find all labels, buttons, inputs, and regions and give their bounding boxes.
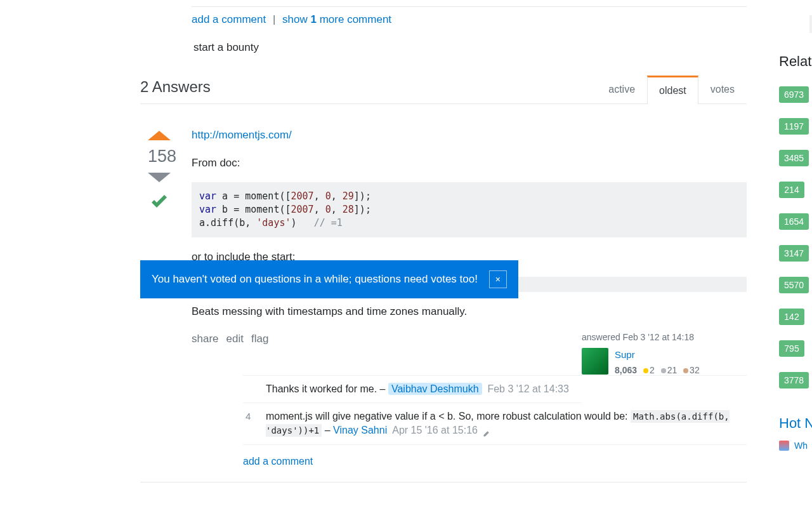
separator: | [273,13,275,25]
beats-text: Beats messing with timestamps and time z… [192,303,747,320]
main-content: add a comment | show 1 more comment star… [140,0,747,482]
accepted-checkmark-icon [148,191,171,214]
answers-count-heading: 2 Answers [140,78,211,103]
related-item[interactable]: 3147 [779,245,812,262]
comment-row: 4 moment.js will give negative value if … [243,403,747,445]
answered-time: answered Feb 3 '12 at 14:18 [582,331,747,344]
add-comment-link[interactable]: add a comment [192,13,266,25]
question-comment-actions: add a comment | show 1 more comment [192,6,747,30]
comment-body: moment.js will give negative value if a … [266,409,747,438]
comment-score: 4 [243,409,266,438]
related-item[interactable]: 214 [779,182,812,198]
related-item[interactable]: 142 [779,309,812,325]
gold-badge-icon [643,368,648,373]
related-item[interactable]: 1654 [779,213,812,230]
add-comment-link[interactable]: add a comment [243,456,313,467]
code-block-1: var a = moment([2007, 0, 29]); var b = m… [192,182,747,237]
comment-row: Thanks it worked for me. – Vaibhav Deshm… [243,376,582,403]
answer-sort-tabs: active oldest votes [596,76,747,103]
related-item[interactable]: 3778 [779,372,812,389]
related-item[interactable]: 5570 [779,277,812,293]
right-sidebar: -3 Related 6973 1197 3485 214 1654 3147 … [779,0,812,451]
comment-body: Thanks it worked for me. – Vaibhav Deshm… [266,382,582,396]
downvote-button[interactable] [148,173,171,182]
comments-list: Thanks it worked for me. – Vaibhav Deshm… [243,375,747,445]
start-bounty-link[interactable]: start a bounty [193,41,747,54]
share-link[interactable]: share [192,331,219,347]
add-comment-row: add a comment [243,445,747,469]
toast-message: You haven't voted on questions in a whil… [152,273,478,286]
from-doc-text: From doc: [192,155,747,171]
related-list: 6973 1197 3485 214 1654 3147 5570 142 79… [779,86,812,389]
vote-reminder-toast: You haven't voted on questions in a whil… [140,260,518,298]
edit-link[interactable]: edit [226,331,244,347]
vote-count: 158 [148,147,171,166]
hot-network-heading: Hot Network Questions [779,415,812,432]
comment-date: Apr 15 '16 at 15:16 [392,425,478,435]
upvote-button[interactable] [148,131,171,140]
show-more-comments-link[interactable]: show 1 more comment [282,13,391,25]
momentjs-link[interactable]: http://momentjs.com/ [192,129,292,141]
comment-date: Feb 3 '12 at 14:33 [487,383,568,394]
tab-oldest[interactable]: oldest [647,76,698,104]
comment-user-link[interactable]: Vinay Sahni [333,425,387,435]
comment-score [243,382,266,396]
user-avatar[interactable] [582,348,608,375]
tab-votes[interactable]: votes [698,76,747,104]
related-item[interactable]: 1197 [779,118,812,135]
related-item[interactable]: 6973 [779,86,812,103]
tab-active[interactable]: active [596,76,647,104]
sidebar-question-score: -3 [809,15,812,33]
site-icon [779,441,789,451]
silver-badge-icon [661,368,666,373]
toast-close-button[interactable]: × [489,270,507,288]
related-item[interactable]: 3485 [779,150,812,166]
post-signature: answered Feb 3 '12 at 14:18 Supr 8,063 2… [582,331,747,378]
hot-network-item[interactable]: Wh [779,441,812,451]
related-item[interactable]: 795 [779,340,812,357]
bronze-badge-icon [683,368,688,373]
flag-link[interactable]: flag [251,331,268,347]
answerer-name-link[interactable]: Supr [615,349,635,360]
comment-user-link[interactable]: Vaibhav Deshmukh [388,383,482,395]
related-heading: Related [779,53,812,70]
answers-header: 2 Answers active oldest votes [140,76,747,104]
pencil-icon [483,427,490,435]
